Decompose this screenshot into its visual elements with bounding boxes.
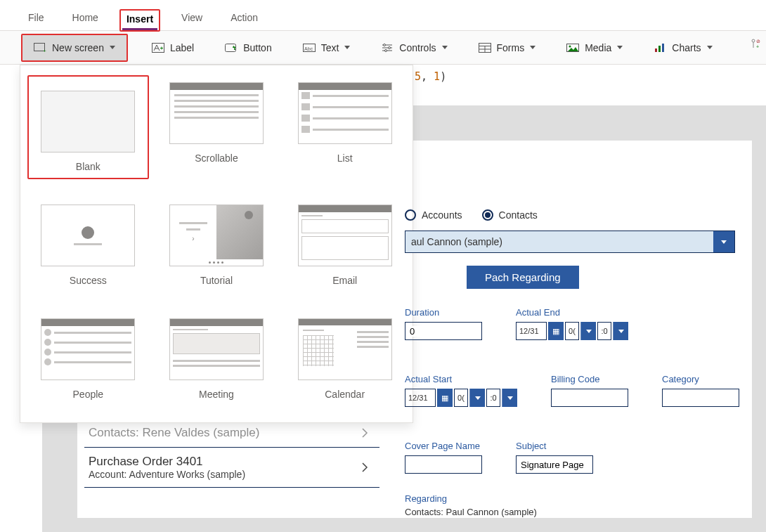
list-item[interactable]: Contacts: Rene Valdes (sample) bbox=[84, 419, 379, 447]
calendar-icon[interactable]: ▦ bbox=[548, 322, 564, 340]
list-item-subtitle: Account: Adventure Works (sample) bbox=[89, 469, 245, 480]
contact-combo[interactable]: aul Cannon (sample) bbox=[405, 231, 735, 253]
gallery-item-label: Success bbox=[70, 275, 107, 286]
charts-btn-label: Charts bbox=[672, 42, 701, 53]
list-item-title: Contacts: Rene Valdes (sample) bbox=[89, 426, 259, 440]
patch-regarding-button[interactable]: Pach Regarding bbox=[467, 266, 579, 289]
chevron-down-icon[interactable] bbox=[613, 322, 628, 340]
actual-end-input[interactable]: 12/31 ▦ 0( :0 bbox=[516, 322, 628, 340]
chevron-down-icon[interactable] bbox=[713, 231, 734, 252]
gallery-item-meeting[interactable]: Meeting bbox=[156, 311, 278, 407]
regarding-value: Contacts: Paul Cannon (sample) bbox=[405, 507, 745, 517]
svg-text:Abc: Abc bbox=[304, 46, 313, 51]
tab-action[interactable]: Action bbox=[223, 8, 265, 30]
gallery-item-people[interactable]: People bbox=[27, 311, 149, 407]
tab-insert[interactable]: Insert bbox=[119, 9, 160, 32]
radio-icon bbox=[405, 209, 416, 221]
media-icon bbox=[566, 42, 579, 53]
radio-contacts[interactable]: Contacts bbox=[482, 209, 538, 221]
field-label: Duration bbox=[405, 307, 482, 318]
gallery-item-label: Meeting bbox=[199, 389, 234, 400]
category-input[interactable] bbox=[662, 389, 739, 407]
thumb-blank bbox=[41, 91, 135, 153]
gallery-item-label: Calendar bbox=[325, 389, 365, 400]
field-label: Actual End bbox=[516, 307, 628, 318]
field-label: Billing Code bbox=[551, 374, 628, 384]
charts-button[interactable]: Charts bbox=[647, 38, 719, 58]
gallery-item-list[interactable]: List bbox=[284, 75, 405, 179]
radio-label: Contacts bbox=[499, 209, 538, 221]
controls-button[interactable]: Controls bbox=[374, 38, 454, 58]
tab-file[interactable]: File bbox=[21, 8, 51, 30]
svg-point-20 bbox=[752, 39, 755, 42]
chevron-down-icon[interactable] bbox=[580, 322, 596, 340]
radio-label: Accounts bbox=[422, 209, 462, 221]
gallery-item-label: Tutorial bbox=[200, 275, 233, 286]
combo-value: aul Cannon (sample) bbox=[405, 231, 713, 252]
gallery-item-tutorial[interactable]: › Tutorial bbox=[156, 197, 278, 293]
new-screen-button[interactable]: + New screen bbox=[22, 35, 126, 60]
svg-rect-4 bbox=[161, 46, 162, 49]
label-button[interactable]: Label bbox=[145, 38, 201, 58]
forms-icon bbox=[479, 42, 491, 53]
media-button[interactable]: Media bbox=[559, 38, 630, 58]
formula-bar-snippet: 5, 1) bbox=[415, 70, 446, 83]
controls-btn-label: Controls bbox=[399, 42, 436, 53]
gallery-item-label: Scrollable bbox=[195, 153, 238, 164]
field-label: Category bbox=[662, 374, 739, 384]
thumb-calendar bbox=[298, 318, 392, 380]
field-label: Actual Start bbox=[405, 374, 517, 384]
overflow-icon[interactable]: ⊘+ bbox=[751, 38, 762, 51]
tab-home[interactable]: Home bbox=[65, 8, 105, 30]
thumb-meeting bbox=[169, 318, 264, 380]
svg-point-8 bbox=[384, 44, 386, 46]
chevron-down-icon[interactable] bbox=[469, 389, 485, 407]
gallery-item-calendar[interactable]: Calendar bbox=[284, 311, 405, 407]
thumb-scrollable bbox=[169, 82, 264, 144]
thumb-email bbox=[298, 205, 392, 266]
svg-rect-18 bbox=[658, 46, 661, 52]
new-screen-gallery: Blank Scrollable List Success bbox=[20, 65, 413, 423]
media-btn-label: Media bbox=[585, 42, 611, 53]
form-panel: Accounts Contacts aul Cannon (sample) Pa… bbox=[405, 209, 745, 517]
radio-accounts[interactable]: Accounts bbox=[405, 209, 462, 221]
chevron-down-icon bbox=[110, 46, 115, 49]
chevron-down-icon[interactable] bbox=[502, 389, 517, 407]
gallery-item-label: Blank bbox=[76, 161, 100, 172]
chart-icon bbox=[654, 42, 666, 53]
actual-start-input[interactable]: 12/31 ▦ 0( :0 bbox=[405, 389, 517, 407]
text-icon: Abc bbox=[303, 42, 316, 53]
button-btn-label: Button bbox=[243, 42, 271, 53]
list-item[interactable]: Purchase Order 3401 Account: Adventure W… bbox=[84, 447, 379, 488]
tab-view[interactable]: View bbox=[174, 8, 209, 30]
svg-text:+: + bbox=[756, 44, 759, 49]
chevron-down-icon bbox=[707, 46, 713, 49]
label-icon bbox=[152, 42, 164, 53]
gallery-item-scrollable[interactable]: Scrollable bbox=[156, 75, 278, 179]
text-btn-label: Text bbox=[321, 42, 339, 53]
cover-page-input[interactable] bbox=[405, 455, 482, 474]
svg-point-16 bbox=[569, 45, 571, 47]
billing-code-input[interactable] bbox=[551, 389, 628, 407]
duration-input[interactable] bbox=[405, 322, 482, 340]
forms-button[interactable]: Forms bbox=[472, 38, 543, 58]
new-screen-label: New screen bbox=[52, 42, 104, 53]
chevron-down-icon bbox=[442, 46, 448, 49]
chevron-down-icon bbox=[344, 46, 350, 49]
button-button[interactable]: Button bbox=[218, 38, 278, 58]
screen-icon: + bbox=[34, 42, 46, 53]
gallery-item-success[interactable]: Success bbox=[27, 197, 149, 293]
forms-btn-label: Forms bbox=[497, 42, 525, 53]
subject-input[interactable] bbox=[516, 455, 593, 474]
gallery-item-label: List bbox=[337, 153, 353, 164]
gallery-item-label: People bbox=[73, 389, 104, 400]
calendar-icon[interactable]: ▦ bbox=[437, 389, 453, 407]
svg-rect-17 bbox=[655, 48, 657, 52]
text-button[interactable]: Abc Text bbox=[296, 38, 358, 58]
thumb-people bbox=[41, 318, 135, 380]
gallery-item-blank[interactable]: Blank bbox=[27, 75, 149, 179]
svg-point-9 bbox=[389, 46, 391, 48]
field-label: Cover Page Name bbox=[405, 441, 482, 451]
menubar: File Home Insert View Action bbox=[0, 0, 766, 31]
gallery-item-email[interactable]: Email bbox=[284, 197, 405, 293]
